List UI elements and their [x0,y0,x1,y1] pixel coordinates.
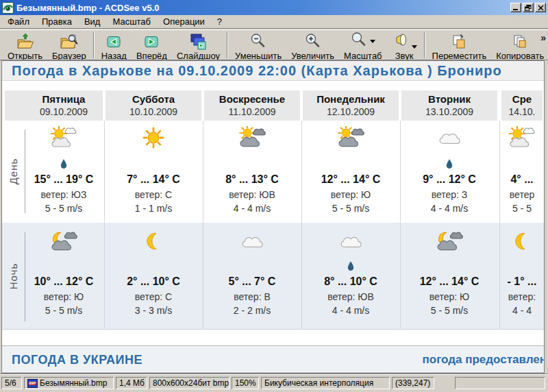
day-name: Вторник [401,93,497,105]
rain-slot [303,156,399,171]
moon-clouds-icon [434,230,465,253]
sound-button-label: Звук [395,51,414,60]
toolbar: Открыть Браузер Назад [0,29,548,60]
sun-clouds-light-icon [506,126,538,149]
close-icon [538,5,544,11]
rain-slot [105,258,201,273]
bmp-file-icon: BMP [27,379,38,388]
forecast-day-header: Понедельник12.10.2009 [303,90,399,121]
image-viewport[interactable]: Погода в Харькове на 09.10.2009 22:00 (К… [1,60,545,373]
forecast-night-cell: 5° ... 7° Cветер: В2 - 2 m/s [204,223,300,330]
svg-text:BMP: BMP [29,382,36,385]
slideshow-button-label: Слайдшоу [177,51,220,60]
sound-button[interactable]: Звук [387,32,422,60]
dropdown-arrow-icon[interactable] [412,45,417,49]
menu-operations[interactable]: Операции [157,15,211,28]
status-dimensions: 800x600x24бит bmp [149,377,229,389]
weather-icon-slot [501,223,543,258]
cloud-icon [335,230,366,253]
copy-button[interactable]: Копировать [491,32,548,60]
rain-slot [25,258,103,273]
zoom-out-button-label: Уменьшить [235,51,282,60]
status-bar: 5/6 BMP Безымянный.bmp 1,4 Мб 800x600x24… [0,373,548,392]
zoom-out-icon [249,32,267,51]
status-filename: BMP Безымянный.bmp [24,377,114,389]
cloud-icon [236,230,268,253]
wind-speed: 4 - 4 m/s [204,201,300,215]
acdsee-app-icon [2,2,14,14]
slideshow-button[interactable]: Слайдшоу [172,32,225,60]
zoom-in-button[interactable]: Увеличить [286,32,339,60]
temperature-range: 9° ... 12° C [401,171,497,188]
menu-edit[interactable]: Правка [36,15,78,28]
weather-icon-slot [204,121,300,156]
wind-direction: ветер: ЮЗ [25,188,103,201]
rain-slot [401,156,497,171]
wind-direction: ветер: З [401,188,497,201]
wind-speed: 4 - 4 [501,304,543,317]
wind-direction: ветер: В [204,290,300,304]
temperature-range: 10° ... 12° C [25,273,103,290]
wind-direction: ветер: С [105,290,201,304]
menu-help[interactable]: ? [211,15,228,28]
open-button[interactable]: Открыть [3,32,47,60]
weather-icon-slot [105,223,201,258]
day-name: Пятница [25,93,103,105]
wind-speed: 1 - 1 m/s [105,201,201,215]
forecast-day-cell: 8° ... 13° Cветер: ЮВ4 - 4 m/s [204,121,300,223]
weather-icon-slot [105,121,201,156]
wind-speed: 5 - 5 [501,201,543,215]
forecast-day-header: Суббота10.10.2009 [105,90,201,121]
rain-slot [501,258,543,273]
menu-file[interactable]: Файл [1,15,36,28]
menu-view[interactable]: Вид [78,15,107,28]
rain-drop-icon [445,158,453,169]
back-button[interactable]: Назад [97,32,132,60]
forward-button[interactable]: Вперёд [132,32,172,60]
toolbar-separator [93,32,95,58]
day-date: 09.10.2009 [25,106,103,117]
temperature-range: 12° ... 14° C [303,171,399,188]
wind-speed: 4 - 4 m/s [401,201,497,215]
dropdown-arrow-icon[interactable] [370,40,375,43]
forecast-night-cell: 10° ... 12° Cветер: Ю5 - 5 m/s [25,223,103,330]
zoom-out-button[interactable]: Уменьшить [230,32,286,60]
sun-clouds-dark-icon [236,126,268,149]
day-date: 13.10.2009 [401,106,497,117]
wind-speed: 5 - 5 m/s [401,304,497,317]
wind-direction: ветер: ЮВ [303,290,399,304]
close-button[interactable] [535,3,546,12]
toolbar-overflow-icon[interactable]: » [540,32,545,43]
forecast-corner-cell [5,90,25,121]
back-arrow-icon [105,32,122,51]
move-icon [450,32,468,51]
move-button[interactable]: Переместить [427,32,492,60]
day-name: Сре [501,93,543,105]
forecast-night-cell: 12° ... 14° Cветер: Ю5 - 5 m/s [401,223,497,330]
minimize-button[interactable] [510,3,521,12]
wind-speed: 5 - 5 m/s [25,304,103,317]
forecast-day-header: Пятница09.10.2009 [25,90,103,121]
column-separator [203,121,203,330]
menu-zoom[interactable]: Масштаб [106,15,157,28]
wind-direction: ветер [501,188,543,201]
weather-icon-slot [303,223,399,258]
zoom-scale-button[interactable]: Масштаб [339,32,387,60]
weather-icon-slot [204,223,300,258]
status-filesize: 1,4 Мб [116,377,147,389]
temperature-range: 2° ... 10° C [105,273,201,290]
open-folder-icon [16,32,35,51]
status-page-index: 5/6 [1,377,22,389]
row-label-night: Ночь [8,235,21,317]
wind-speed: 3 - 3 m/s [105,304,201,317]
row-label-day: День [8,130,21,212]
forecast-day-cell: 9° ... 12° Cветер: З4 - 4 m/s [401,121,497,223]
sound-icon [392,32,410,52]
forecast-day-header: Воскресенье11.10.2009 [204,90,300,121]
day-name: Понедельник [303,93,399,105]
footer-title: ПОГОДА В УКРАИНЕ [12,346,142,373]
restore-button[interactable] [523,3,534,12]
browser-button[interactable]: Браузер [47,32,91,60]
copy-button-label: Копировать [496,51,544,60]
forecast-day-cell: 12° ... 14° Cветер: Ю5 - 5 m/s [303,121,399,223]
